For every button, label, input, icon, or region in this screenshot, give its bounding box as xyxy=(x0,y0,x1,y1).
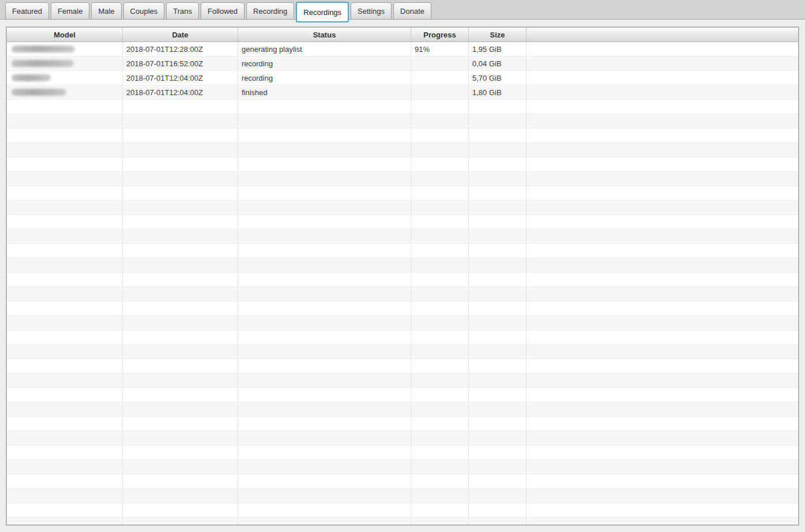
cell-extra xyxy=(526,373,798,387)
cell-extra xyxy=(526,172,798,186)
cell-model xyxy=(7,186,123,200)
table-body: 2018-07-01T12:28:00Zgenerating playlist9… xyxy=(7,42,798,525)
cell-date: 2018-07-01T12:04:00Z xyxy=(123,71,238,85)
cell-progress xyxy=(411,431,469,445)
cell-date xyxy=(123,273,238,286)
column-header-model[interactable]: Model xyxy=(7,28,123,41)
cell-extra xyxy=(526,157,798,171)
tab-trans[interactable]: Trans xyxy=(166,2,199,20)
cell-status: recording xyxy=(238,56,411,70)
cell-date xyxy=(123,287,238,301)
cell-extra xyxy=(526,518,798,525)
cell-status xyxy=(238,273,411,286)
cell-size xyxy=(469,172,526,186)
table-row-empty xyxy=(7,373,798,388)
cell-date xyxy=(123,359,238,373)
column-header-status[interactable]: Status xyxy=(238,28,411,41)
cell-progress xyxy=(411,417,469,431)
cell-model xyxy=(7,388,123,402)
cell-status xyxy=(238,474,411,488)
table-row[interactable]: 2018-07-01T12:04:00Zfinished1,80 GiB xyxy=(7,85,798,100)
cell-status xyxy=(238,345,411,359)
cell-progress xyxy=(411,186,469,200)
cell-extra xyxy=(526,114,798,128)
column-header-progress[interactable]: Progress xyxy=(411,28,469,41)
cell-progress xyxy=(411,301,469,315)
tab-settings[interactable]: Settings xyxy=(351,2,392,20)
cell-size xyxy=(469,316,526,330)
cell-extra xyxy=(526,71,798,85)
cell-model xyxy=(7,316,123,330)
cell-date xyxy=(123,215,238,229)
cell-date xyxy=(123,518,238,525)
cell-model xyxy=(7,157,123,171)
cell-date xyxy=(123,301,238,315)
cell-progress xyxy=(411,402,469,416)
cell-date xyxy=(123,316,238,330)
cell-size xyxy=(469,100,526,114)
cell-model xyxy=(7,71,123,85)
cell-progress xyxy=(411,345,469,359)
cell-model xyxy=(7,330,123,344)
cell-extra xyxy=(526,56,798,70)
cell-model xyxy=(7,489,123,503)
tab-donate[interactable]: Donate xyxy=(393,2,431,20)
cell-model xyxy=(7,474,123,488)
cell-date xyxy=(123,129,238,142)
cell-status xyxy=(238,244,411,258)
cell-progress xyxy=(411,143,469,157)
cell-model xyxy=(7,56,123,70)
cell-model xyxy=(7,518,123,525)
cell-progress xyxy=(411,201,469,214)
table-row-empty xyxy=(7,316,798,330)
cell-status xyxy=(238,417,411,431)
table-row-empty xyxy=(7,518,798,525)
cell-size xyxy=(469,373,526,387)
cell-size xyxy=(469,201,526,214)
tab-couples[interactable]: Couples xyxy=(123,2,165,20)
cell-status xyxy=(238,287,411,301)
cell-size xyxy=(469,431,526,445)
column-header-extra[interactable] xyxy=(526,28,798,41)
tab-featured[interactable]: Featured xyxy=(5,2,49,20)
cell-size xyxy=(469,215,526,229)
cell-progress: 91% xyxy=(411,42,469,56)
cell-extra xyxy=(526,258,798,272)
cell-model xyxy=(7,85,123,99)
recordings-table: ModelDateStatusProgressSize 2018-07-01T1… xyxy=(6,27,799,526)
tab-recordings[interactable]: Recordings xyxy=(296,2,349,22)
cell-status xyxy=(238,431,411,445)
tab-recording[interactable]: Recording xyxy=(246,2,294,20)
cell-size xyxy=(469,143,526,157)
table-row[interactable]: 2018-07-01T12:04:00Zrecording5,70 GiB xyxy=(7,71,798,85)
cell-size xyxy=(469,417,526,431)
table-row-empty xyxy=(7,114,798,129)
cell-date: 2018-07-01T12:04:00Z xyxy=(123,85,238,99)
cell-progress xyxy=(411,489,469,503)
cell-extra xyxy=(526,417,798,431)
cell-progress xyxy=(411,460,469,474)
cell-status xyxy=(238,518,411,525)
table-row[interactable]: 2018-07-01T16:52:00Zrecording0,04 GiB xyxy=(7,56,798,71)
cell-size xyxy=(469,244,526,258)
column-header-date[interactable]: Date xyxy=(123,28,238,41)
tab-followed[interactable]: Followed xyxy=(201,2,244,20)
cell-progress xyxy=(411,244,469,258)
tab-male[interactable]: Male xyxy=(91,2,121,20)
cell-extra xyxy=(526,42,798,56)
table-row[interactable]: 2018-07-01T12:28:00Zgenerating playlist9… xyxy=(7,42,798,56)
cell-date xyxy=(123,345,238,359)
cell-status: generating playlist xyxy=(238,42,411,56)
table-row-empty xyxy=(7,244,798,258)
cell-date xyxy=(123,229,238,243)
cell-progress xyxy=(411,229,469,243)
tab-female[interactable]: Female xyxy=(51,2,89,20)
table-row-empty xyxy=(7,503,798,518)
cell-size xyxy=(469,359,526,373)
cell-date xyxy=(123,157,238,171)
cell-date xyxy=(123,431,238,445)
cell-date xyxy=(123,373,238,387)
cell-progress xyxy=(411,215,469,229)
column-header-size[interactable]: Size xyxy=(469,28,526,41)
cell-date xyxy=(123,114,238,128)
